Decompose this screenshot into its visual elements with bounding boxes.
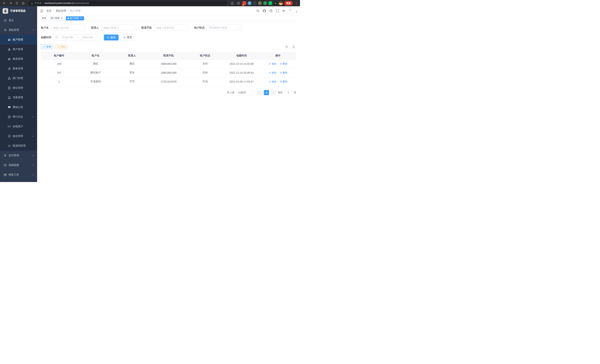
sidebar-item-sms[interactable]: 短信管理: [0, 131, 37, 141]
page-number-button[interactable]: 1: [264, 90, 269, 95]
sidebar-item-dict[interactable]: 字典管理: [0, 93, 37, 103]
extension-icon-1[interactable]: 10: [243, 1, 246, 5]
breadcrumb-home[interactable]: 首页: [46, 9, 52, 13]
sidebar: 芋道管理系统 首页 系统管理 租户管理 用户管理 角色管理: [0, 6, 37, 182]
extension-icon-3[interactable]: [253, 1, 257, 5]
sidebar-item-menu[interactable]: 菜单管理: [0, 64, 37, 74]
contact-input[interactable]: [101, 25, 135, 31]
sidebar-item-home[interactable]: 首页: [0, 16, 37, 25]
extension-icon-5[interactable]: [263, 1, 267, 5]
browser-back-button[interactable]: [2, 1, 7, 6]
bookmark-star-icon[interactable]: [236, 1, 241, 6]
active-dot: [67, 18, 69, 19]
refresh-table-button[interactable]: [291, 44, 296, 49]
fullscreen-icon[interactable]: [276, 9, 279, 12]
chevron-down-icon: [251, 92, 253, 93]
breadcrumb-system[interactable]: 系统管理: [56, 9, 66, 13]
sidebar-item-dev-tools[interactable]: 研发工具: [0, 170, 37, 180]
extension-icon-6[interactable]: [268, 1, 272, 5]
yen-icon: [4, 154, 7, 157]
code-icon: [8, 144, 11, 147]
delete-link[interactable]: 删除: [280, 71, 288, 75]
extension-icon-2[interactable]: [248, 1, 251, 5]
url-host: dashboard.yudao.iocoder.cn: [45, 2, 74, 4]
sidebar-item-system[interactable]: 系统管理: [0, 25, 37, 35]
search-icon[interactable]: [256, 9, 259, 12]
github-icon[interactable]: [263, 9, 266, 13]
tenant-name-label: 租户名: [41, 26, 49, 29]
system-submenu: 租户管理 用户管理 角色管理 菜单管理 部门管理 岗位管理: [0, 35, 37, 151]
browser-reload-button[interactable]: [14, 1, 19, 6]
table-row: 108 测试 测试 15601691300 关闭 2021-12-14 21:0…: [41, 59, 296, 68]
role-users-icon: [8, 57, 11, 60]
delete-trash-icon: [280, 72, 282, 74]
extension-icon-4[interactable]: [258, 1, 262, 5]
cell-contact: 芋艿: [114, 77, 150, 86]
org-tree-icon: [8, 77, 11, 80]
font-size-icon[interactable]: TT: [282, 9, 285, 12]
url-path: /system/tenant: [74, 2, 89, 4]
sidebar-fold-icon[interactable]: [40, 9, 43, 13]
pagination: 共 3 条 10条/页 1 前往 页: [41, 90, 296, 95]
sidebar-item-post[interactable]: 岗位管理: [0, 83, 37, 93]
question-icon[interactable]: [269, 9, 272, 12]
tampermonkey-paw-icon[interactable]: [274, 1, 277, 5]
sidebar-item-error-code[interactable]: 错误码管理: [0, 141, 37, 151]
close-icon[interactable]: ✕: [60, 17, 63, 20]
browser-profile-avatar[interactable]: [279, 1, 283, 5]
add-button[interactable]: 新增: [41, 44, 53, 49]
prev-page-button[interactable]: [257, 90, 262, 95]
date-range-picker[interactable]: 开始日期 - 结束日期: [53, 35, 98, 40]
search-button[interactable]: 搜索: [104, 35, 119, 40]
cell-phone: 15601691300: [150, 59, 187, 68]
broadcast-icon: [8, 125, 11, 128]
sidebar-item-dept[interactable]: 部门管理: [0, 74, 37, 83]
cell-tenant-name: 芋道源码: [77, 77, 114, 86]
browser-update-button[interactable]: 更新: [284, 1, 293, 6]
reset-button[interactable]: 重置: [120, 35, 135, 40]
delete-link[interactable]: 删除: [280, 62, 288, 65]
browser-menu-kebab-icon[interactable]: ⋮: [294, 1, 298, 5]
tag-home[interactable]: 首页: [40, 16, 48, 20]
browser-forward-button[interactable]: [8, 1, 13, 6]
message-icon: [8, 106, 11, 109]
sidebar-item-role[interactable]: 角色管理: [0, 54, 37, 64]
edit-link[interactable]: 修改: [269, 71, 276, 75]
tag-tenant[interactable]: 租户管理 ✕: [66, 16, 84, 20]
browser-home-button[interactable]: [21, 1, 26, 6]
toggle-search-button[interactable]: [284, 44, 289, 49]
sidebar-item-tenant[interactable]: 租户管理: [0, 35, 37, 45]
delete-trash-icon: [280, 63, 282, 65]
close-icon[interactable]: ✕: [80, 17, 82, 20]
browser-address-bar[interactable]: 不安全 | dashboard.yudao.iocoder.cn/system/…: [28, 1, 227, 6]
edit-link[interactable]: 修改: [269, 80, 276, 83]
status-select[interactable]: 请选择租户状态: [207, 25, 241, 31]
sidebar-item-pay[interactable]: 支付管理: [0, 151, 37, 160]
tag-dept[interactable]: 部门管理 ✕: [49, 16, 65, 20]
cell-contact: 测试: [114, 59, 150, 68]
caret-down-icon[interactable]: ▾: [296, 10, 297, 14]
edit-link[interactable]: 修改: [269, 62, 276, 65]
sidebar-item-online-user[interactable]: 在线用户: [0, 122, 37, 131]
sidebar-item-user[interactable]: 用户管理: [0, 45, 37, 54]
logo-rabbit-icon: [3, 8, 8, 14]
sidebar-item-notice[interactable]: 通知公告: [0, 103, 37, 112]
breadcrumb-current: 租户管理: [70, 9, 81, 13]
url-divider: |: [43, 2, 43, 4]
cell-created: 2021-12-14 20:49:44: [223, 68, 260, 77]
table-row: 1 芋道源码 芋艿 17321315478 开启 2021-01-05 17:0…: [41, 77, 296, 86]
avatar[interactable]: [289, 8, 294, 14]
page-size-select[interactable]: 10条/页: [236, 90, 255, 95]
export-button[interactable]: 导出: [55, 44, 67, 49]
sidebar-item-infra[interactable]: 基础设施: [0, 160, 37, 170]
app-logo[interactable]: 芋道管理系统: [0, 6, 37, 16]
cell-status: 关闭: [187, 68, 223, 77]
goto-page-input[interactable]: [285, 90, 292, 95]
next-page-button[interactable]: [271, 90, 276, 95]
delete-link[interactable]: 删除: [280, 80, 288, 83]
share-icon[interactable]: [230, 1, 235, 6]
sidebar-item-audit-log[interactable]: 审计日志: [0, 112, 37, 122]
tenant-name-input[interactable]: [51, 25, 85, 31]
phone-input[interactable]: [154, 25, 188, 31]
badge-icon: [8, 86, 11, 89]
